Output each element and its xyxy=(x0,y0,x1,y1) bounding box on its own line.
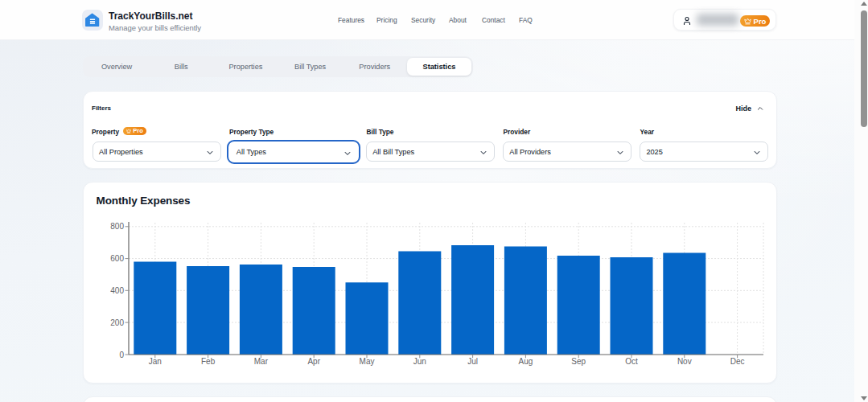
svg-text:Jan: Jan xyxy=(149,357,162,366)
svg-text:Aug: Aug xyxy=(519,357,533,366)
svg-text:400: 400 xyxy=(110,286,124,295)
svg-text:800: 800 xyxy=(110,222,124,231)
svg-text:Feb: Feb xyxy=(201,357,216,366)
svg-text:200: 200 xyxy=(110,318,124,327)
svg-text:Jul: Jul xyxy=(467,357,478,366)
svg-text:Apr: Apr xyxy=(307,357,320,366)
svg-text:0: 0 xyxy=(119,351,124,359)
svg-text:Mar: Mar xyxy=(254,357,269,366)
svg-text:Oct: Oct xyxy=(625,357,638,366)
svg-text:Jun: Jun xyxy=(413,357,426,366)
svg-text:Sep: Sep xyxy=(571,357,586,366)
svg-text:Nov: Nov xyxy=(677,357,692,366)
svg-text:May: May xyxy=(360,357,375,366)
svg-text:600: 600 xyxy=(110,254,124,263)
svg-text:Dec: Dec xyxy=(730,357,745,366)
